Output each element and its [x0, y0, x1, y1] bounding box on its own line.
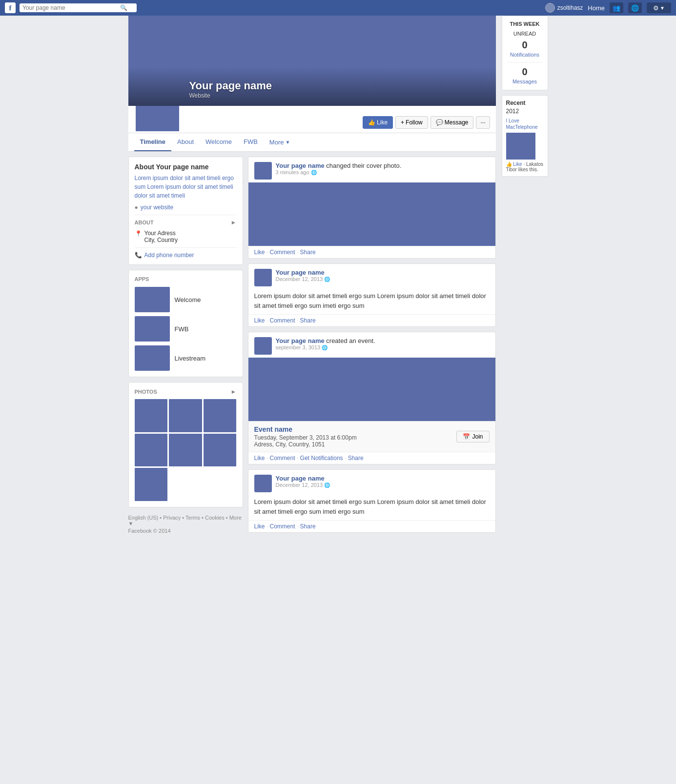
photo-2[interactable]: [169, 399, 202, 432]
footer-english[interactable]: English (US): [128, 515, 159, 521]
apps-title: APPS: [135, 276, 237, 282]
like-button[interactable]: 👍 Like: [363, 116, 393, 129]
address-city: City, Country: [144, 237, 178, 243]
messages-link[interactable]: Messages: [512, 79, 537, 84]
post-share-3[interactable]: Share: [348, 455, 364, 462]
photo-4[interactable]: [135, 434, 168, 467]
globe-time-icon-3: 🌐: [322, 345, 328, 350]
post-share-4[interactable]: Share: [300, 523, 316, 530]
notifications-link[interactable]: Notifications: [510, 52, 539, 58]
right-recent-card: Recent 2012 I Love MacTelephone 👍 Like ·…: [502, 95, 548, 177]
post-author-4[interactable]: Your page name: [276, 475, 325, 482]
notifications-count: 0: [507, 40, 543, 51]
app-livestream[interactable]: Livestream: [135, 345, 237, 371]
photo-7[interactable]: [135, 468, 168, 501]
photo-6[interactable]: [204, 434, 237, 467]
post-like-3[interactable]: Like: [254, 455, 265, 462]
post-avatar-2: [254, 269, 272, 286]
thumbs-up-icon: 👍: [368, 119, 375, 126]
page-website-overlay: Website: [189, 92, 272, 99]
footer-terms[interactable]: Terms: [185, 515, 200, 521]
recent-label: Recent: [506, 100, 544, 106]
tab-about[interactable]: About: [171, 133, 200, 151]
globe-small-icon: ●: [135, 204, 138, 211]
apps-card: APPS Welcome FWB Livestrea: [128, 270, 243, 377]
event-image: [248, 358, 495, 421]
follow-button[interactable]: + Follow: [395, 116, 428, 129]
post-comment-2[interactable]: Comment: [270, 317, 295, 324]
message-button[interactable]: 💬 Message: [430, 116, 474, 129]
tab-timeline[interactable]: Timeline: [134, 133, 172, 151]
page-name-overlay: Your page name: [189, 80, 272, 92]
globe-time-icon-2: 🌐: [324, 277, 330, 282]
post-comment-3[interactable]: Comment: [270, 455, 295, 462]
post-card-4: Your page name December 12, 2013 🌐 Lorem…: [248, 469, 496, 533]
post-share-1[interactable]: Share: [300, 249, 316, 256]
footer-privacy[interactable]: Privacy: [163, 515, 181, 521]
post-author-2[interactable]: Your page name: [276, 269, 325, 276]
post-comment-1[interactable]: Comment: [270, 249, 295, 256]
username: zsoltihasz: [557, 4, 583, 11]
photos-expand-icon[interactable]: ►: [231, 388, 237, 395]
search-bar: 🔍: [20, 3, 137, 12]
search-input[interactable]: [22, 4, 120, 11]
photo-1[interactable]: [135, 399, 168, 432]
home-link[interactable]: Home: [588, 4, 605, 12]
post-time-3: september 3, 3013 🌐: [276, 344, 490, 350]
notifications-count-row: 0 Notifications: [507, 40, 543, 58]
chevron-down-icon: ▼: [285, 140, 290, 145]
year-label: 2012: [506, 108, 544, 115]
footer-cookies[interactable]: Cookies: [205, 515, 225, 521]
about-card: About Your page name Lorem ipsum dolor s…: [128, 157, 243, 265]
avatar: [545, 3, 555, 13]
photos-grid: [135, 399, 237, 501]
about-expand-icon[interactable]: ►: [231, 219, 237, 226]
post-like-4[interactable]: Like: [254, 523, 265, 530]
post-text-4: Lorem ipsum dolor sit amet timeli ergo s…: [248, 495, 495, 520]
add-phone-row[interactable]: 📞 Add phone number: [135, 252, 237, 259]
footer-more[interactable]: More: [229, 515, 242, 521]
post-comment-4[interactable]: Comment: [270, 523, 295, 530]
event-name[interactable]: Event name: [254, 425, 357, 433]
more-button[interactable]: ···: [476, 116, 490, 129]
gear-icon-btn[interactable]: ⚙ ▼: [647, 2, 671, 13]
app-welcome[interactable]: Welcome: [135, 287, 237, 312]
photo-3[interactable]: [204, 399, 237, 432]
messages-count-row: 0 Messages: [507, 66, 543, 85]
tab-welcome[interactable]: Welcome: [200, 133, 238, 151]
post-like-2[interactable]: Like: [254, 317, 265, 324]
post-card-3: Your page name created an event. septemb…: [248, 332, 496, 464]
photo-5[interactable]: [169, 434, 202, 467]
join-button[interactable]: 📅 Join: [456, 431, 489, 442]
like-text[interactable]: Like: [513, 161, 522, 167]
about-description: Lorem ipsum dolor sit amet timeli ergo s…: [135, 174, 237, 200]
app-fwb-name: FWB: [175, 325, 189, 333]
app-livestream-thumb: [135, 345, 170, 371]
app-welcome-name: Welcome: [175, 296, 201, 303]
profile-actions: 👍 Like + Follow 💬 Message: [363, 116, 490, 133]
post-get-notifications-3[interactable]: Get Notifications: [300, 455, 343, 462]
app-fwb[interactable]: FWB: [135, 316, 237, 342]
post-author-3[interactable]: Your page name: [276, 337, 325, 344]
right-page-name[interactable]: I Love MacTelephone: [506, 118, 544, 130]
tab-fwb[interactable]: FWB: [238, 133, 264, 151]
post-avatar-3: [254, 337, 272, 355]
post-time-1: 3 minutes ago 🌐: [276, 169, 490, 175]
right-page-thumb[interactable]: [506, 133, 535, 160]
post-card-1: Your page name changed their cover photo…: [248, 157, 496, 259]
post-like-1[interactable]: Like: [254, 249, 265, 256]
calendar-icon: 📅: [463, 433, 470, 440]
fb-logo[interactable]: f: [5, 2, 16, 13]
this-week-label: THIS WEEK: [507, 21, 543, 27]
website-link[interactable]: your website: [141, 204, 173, 211]
post-avatar-1: [254, 162, 272, 180]
unread-label: UNREAD: [507, 31, 543, 37]
post-actions-3: Like · Comment · Get Notifications · Sha…: [248, 452, 495, 464]
friends-icon-btn[interactable]: 👥: [610, 2, 623, 13]
address-name: Your Adress: [144, 230, 178, 237]
post-author-1[interactable]: Your page name: [276, 162, 325, 169]
globe-icon-btn[interactable]: 🌐: [628, 2, 642, 13]
post-actions-4: Like · Comment · Share: [248, 520, 495, 532]
post-share-2[interactable]: Share: [300, 317, 316, 324]
tab-more[interactable]: More ▼: [264, 133, 296, 151]
